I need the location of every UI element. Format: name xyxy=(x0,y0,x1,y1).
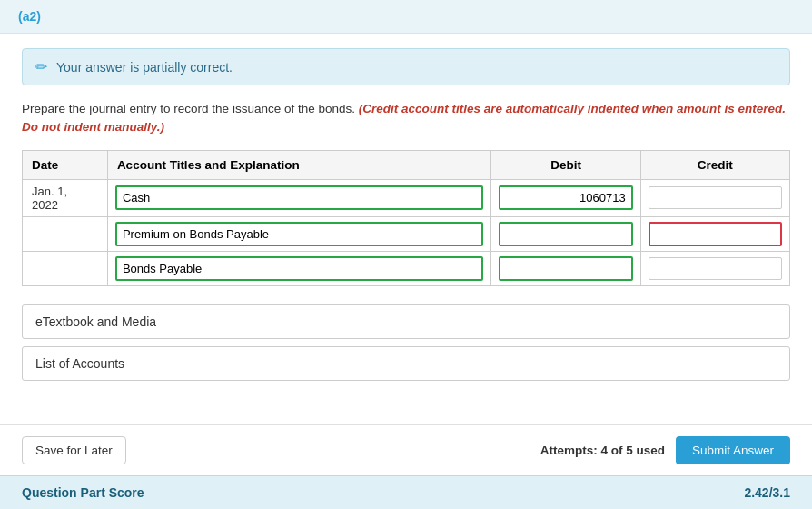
credit-cell-1[interactable] xyxy=(640,179,789,216)
top-bar: (a2) xyxy=(0,0,812,34)
table-row: Jan. 1,2022 xyxy=(23,179,790,216)
account-cell-2[interactable] xyxy=(107,216,491,251)
instructions-prefix: Prepare the journal entry to record the … xyxy=(22,102,355,115)
credit-cell-2[interactable] xyxy=(640,216,789,251)
score-label: Question Part Score xyxy=(22,485,144,500)
col-credit: Credit xyxy=(640,150,789,179)
bottom-bar: Save for Later Attempts: 4 of 5 used Sub… xyxy=(0,424,812,475)
account-cell-3[interactable] xyxy=(107,251,491,285)
score-value: 2.42/3.1 xyxy=(744,485,790,500)
pencil-icon: ✏ xyxy=(35,58,47,75)
debit-cell-2[interactable] xyxy=(491,216,640,251)
date-cell-3 xyxy=(23,251,108,285)
credit-input-1[interactable] xyxy=(649,186,782,209)
alert-text: Your answer is partially correct. xyxy=(56,60,233,75)
alert-box: ✏ Your answer is partially correct. xyxy=(22,48,790,85)
attempts-info: Attempts: 4 of 5 used xyxy=(540,444,665,457)
instructions: Prepare the journal entry to record the … xyxy=(22,100,790,137)
credit-input-2[interactable] xyxy=(649,222,782,246)
debit-input-2[interactable] xyxy=(499,222,632,246)
save-for-later-button[interactable]: Save for Later xyxy=(22,436,126,464)
col-debit: Debit xyxy=(491,150,640,179)
account-input-3[interactable] xyxy=(115,256,484,281)
section-label: (a2) xyxy=(18,9,41,24)
account-input-2[interactable] xyxy=(115,222,484,246)
debit-cell-3[interactable] xyxy=(491,251,640,285)
credit-input-3[interactable] xyxy=(649,257,782,280)
account-cell-1[interactable] xyxy=(107,179,491,216)
table-row xyxy=(23,251,790,285)
date-cell-2 xyxy=(23,216,108,251)
date-cell-1: Jan. 1,2022 xyxy=(23,179,108,216)
table-row xyxy=(23,216,790,251)
credit-cell-3[interactable] xyxy=(640,251,789,285)
debit-input-1[interactable] xyxy=(499,185,632,210)
debit-cell-1[interactable] xyxy=(491,179,640,216)
main-content: ✏ Your answer is partially correct. Prep… xyxy=(0,34,812,424)
debit-input-3[interactable] xyxy=(499,256,632,281)
account-input-1[interactable] xyxy=(115,185,484,210)
submit-answer-button[interactable]: Submit Answer xyxy=(676,436,790,464)
journal-table: Date Account Titles and Explanation Debi… xyxy=(22,150,790,286)
score-bar: Question Part Score 2.42/3.1 xyxy=(0,475,812,509)
col-date: Date xyxy=(23,150,108,179)
right-group: Attempts: 4 of 5 used Submit Answer xyxy=(540,436,790,464)
etextbook-button[interactable]: eTextbook and Media xyxy=(22,304,790,339)
col-account: Account Titles and Explanation xyxy=(107,150,491,179)
list-of-accounts-button[interactable]: List of Accounts xyxy=(22,346,790,381)
